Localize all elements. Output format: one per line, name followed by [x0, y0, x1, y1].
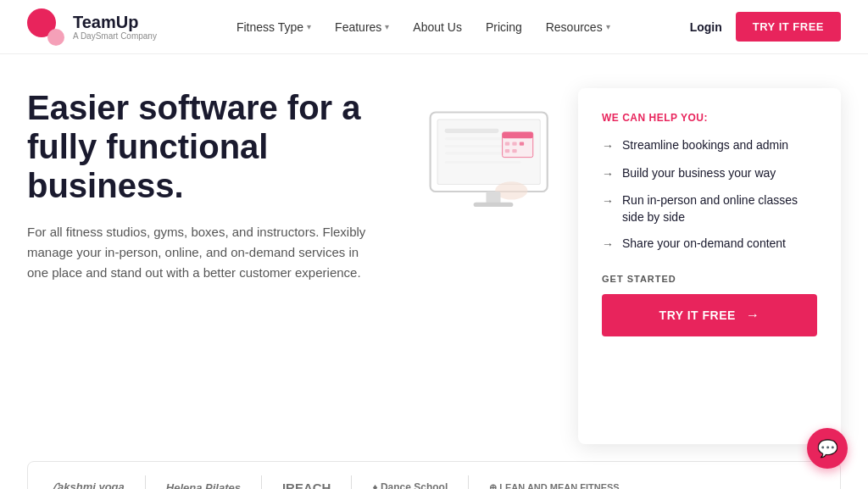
logo-ireach: IREACH [282, 481, 331, 490]
logo[interactable]: TeamUp A DaySmart Company [27, 8, 157, 46]
svg-rect-5 [445, 152, 508, 154]
chat-bubble-button[interactable]: 💬 [807, 428, 848, 469]
arrow-icon-1: → [602, 138, 614, 155]
card-item-2: → Build your business your way [602, 165, 817, 183]
svg-rect-11 [503, 132, 533, 138]
card-item-4: → Share your on-demand content [602, 236, 817, 253]
chevron-down-icon: ▾ [307, 22, 311, 31]
logo-text: TeamUp A DaySmart Company [73, 13, 157, 41]
logo-icon [27, 8, 64, 46]
card-items-list: → Streamline bookings and admin → Build … [602, 137, 817, 253]
svg-rect-6 [445, 161, 521, 164]
nav-pricing[interactable]: Pricing [486, 20, 522, 34]
hero-subtext: For all fitness studios, gyms, boxes, an… [27, 222, 375, 283]
arrow-icon-3: → [602, 193, 614, 210]
logo-dance-school: ♦ Dance School [372, 481, 448, 489]
try-it-free-nav-button[interactable]: TRY IT FREE [736, 12, 841, 42]
card-item-text-1: Streamline bookings and admin [622, 137, 788, 154]
logo-separator-4 [468, 475, 469, 489]
svg-rect-2 [445, 129, 499, 133]
help-card: WE CAN HELP YOU: → Streamline bookings a… [578, 88, 841, 444]
card-we-can-label: WE CAN HELP YOU: [602, 112, 817, 124]
logos-strip: 𝓛akshmi yoga Helena Pilates IREACH ♦ Dan… [27, 461, 841, 489]
svg-rect-9 [474, 203, 514, 207]
logo-lakshmi-yoga: 𝓛akshmi yoga [52, 481, 125, 489]
nav-fitness-type[interactable]: Fitness Type ▾ [236, 20, 311, 34]
hero-left: Easier software for a fully functional b… [27, 88, 409, 444]
svg-rect-12 [505, 142, 509, 146]
arrow-icon-2: → [602, 166, 614, 183]
logo-separator-2 [261, 475, 262, 489]
navbar: TeamUp A DaySmart Company Fitness Type ▾… [0, 0, 868, 54]
login-button[interactable]: Login [690, 20, 722, 34]
logo-fitness: ⊕ LEAN AND MEAN FITNESS [489, 482, 619, 490]
try-it-free-button[interactable]: TRY IT FREE → [602, 294, 817, 336]
svg-rect-13 [512, 142, 516, 146]
chat-icon: 💬 [817, 438, 838, 458]
nav-about-us[interactable]: About Us [413, 20, 462, 34]
try-free-label: TRY IT FREE [659, 308, 736, 322]
logo-circle-small [47, 29, 64, 46]
card-item-1: → Streamline bookings and admin [602, 137, 817, 155]
hero-headline: Easier software for a fully functional b… [27, 88, 375, 205]
hero-illustration [409, 88, 578, 444]
logo-pilates: Helena Pilates [166, 481, 241, 490]
try-free-arrow-icon: → [746, 308, 760, 323]
card-item-text-4: Share your on-demand content [622, 236, 786, 253]
logo-name: TeamUp [73, 13, 157, 31]
logo-sub: A DaySmart Company [73, 31, 157, 41]
monitor-illustration-svg [421, 105, 565, 222]
hero-section: Easier software for a fully functional b… [0, 54, 868, 461]
nav-resources[interactable]: Resources ▾ [546, 20, 610, 34]
card-item-text-2: Build your business your way [622, 165, 776, 182]
chevron-down-icon: ▾ [606, 22, 610, 31]
logo-separator-1 [145, 475, 146, 489]
get-started-label: GET STARTED [602, 274, 817, 284]
card-item-text-3: Run in-person and online classes side by… [622, 192, 817, 225]
arrow-icon-4: → [602, 236, 614, 253]
nav-actions: Login TRY IT FREE [690, 12, 841, 42]
logos-section: 𝓛akshmi yoga Helena Pilates IREACH ♦ Dan… [0, 461, 868, 489]
svg-rect-14 [520, 142, 524, 146]
chevron-down-icon: ▾ [385, 22, 389, 31]
nav-links: Fitness Type ▾ Features ▾ About Us Prici… [236, 20, 610, 34]
svg-rect-16 [512, 149, 516, 153]
logo-separator-3 [351, 475, 352, 489]
svg-rect-15 [505, 149, 509, 153]
svg-rect-8 [487, 192, 501, 204]
nav-features[interactable]: Features ▾ [335, 20, 389, 34]
card-item-3: → Run in-person and online classes side … [602, 192, 817, 225]
